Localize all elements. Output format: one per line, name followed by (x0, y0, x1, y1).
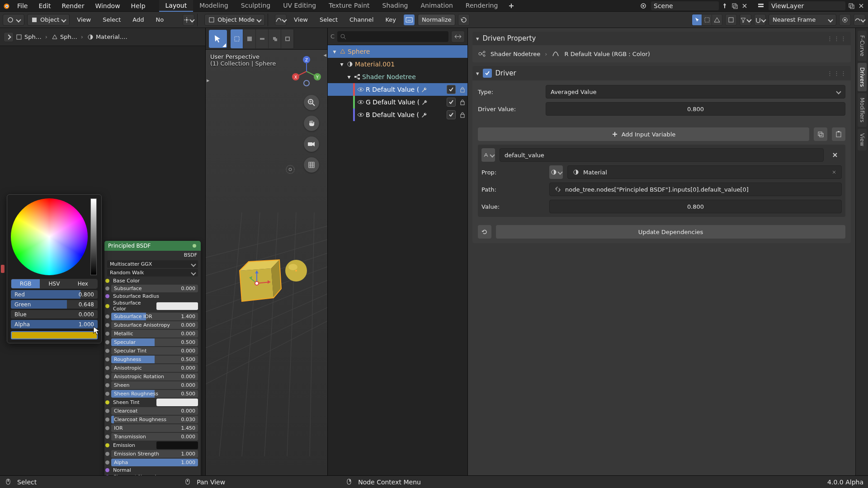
mute-checkbox[interactable] (447, 110, 456, 119)
node-output-socket-icon[interactable] (192, 243, 197, 249)
node-input-subsurface-radius[interactable]: Subsurface Radius (104, 293, 201, 300)
channel-r-default-value-[interactable]: R Default Value ( (328, 83, 467, 96)
node-input-subsurface[interactable]: Subsurface0.000 (104, 284, 201, 293)
workspace-texture-paint[interactable]: Texture Paint (322, 0, 376, 12)
mute-checkbox[interactable] (447, 85, 456, 94)
viewlayer-name-field[interactable]: ViewLayer (769, 1, 845, 10)
proportional-icon[interactable] (839, 14, 851, 26)
id-type-icon[interactable] (549, 165, 563, 179)
channel-sphere[interactable]: ▾Sphere (328, 45, 467, 58)
add-menu[interactable]: Add (128, 14, 148, 25)
breadcrumb-sphere[interactable]: Sph… (24, 33, 42, 40)
channel-expand-icon[interactable] (451, 31, 465, 42)
menu-help[interactable]: Help (126, 2, 151, 9)
workspace-add-button[interactable] (504, 1, 519, 10)
select-mode-invert[interactable] (281, 29, 294, 48)
node-input-ior[interactable]: IOR1.450 (104, 424, 201, 432)
hue-wheel[interactable] (11, 198, 88, 275)
select-box-tool[interactable] (208, 29, 227, 48)
workspace-animation[interactable]: Animation (414, 0, 459, 12)
delete-scene-icon[interactable] (741, 2, 749, 10)
var-name-input[interactable]: default_value (500, 148, 824, 162)
tab-rgb[interactable]: RGB (11, 279, 40, 288)
node-input-transmission[interactable]: Transmission0.000 (104, 432, 201, 441)
node-input-anisotropic[interactable]: Anisotropic0.000 (104, 364, 201, 372)
wrench-icon[interactable] (419, 112, 429, 118)
select-mode-subtract[interactable] (256, 29, 269, 48)
node-input-specular-tint[interactable]: Specular Tint0.000 (104, 347, 201, 355)
node-input-sheen[interactable]: Sheen0.000 (104, 381, 201, 389)
copy-var-icon[interactable] (814, 127, 827, 141)
rna-path-input[interactable]: node_tree.nodes["Principled BSDF"].input… (549, 183, 842, 196)
color-slider-red[interactable]: Red0.800 (11, 290, 98, 299)
value-slider[interactable] (90, 198, 97, 275)
light-icon[interactable] (284, 164, 296, 175)
channel-search-input[interactable] (337, 31, 448, 42)
key-menu[interactable]: Key (381, 14, 401, 25)
view-menu-2[interactable]: View (289, 14, 312, 25)
mute-checkbox[interactable] (447, 98, 456, 107)
workspace-modeling[interactable]: Modeling (193, 0, 235, 12)
color-swatch[interactable] (11, 331, 98, 339)
update-dependencies-button[interactable]: Update Dependencies (496, 225, 845, 239)
tab-hex[interactable]: Hex (69, 279, 97, 288)
toolbar-toggle-icon[interactable]: ▸ (207, 77, 210, 84)
channel-g-default-value-[interactable]: G Default Value ( (328, 96, 467, 108)
node-input-clearcoat[interactable]: Clearcoat0.000 (104, 407, 201, 415)
object-mode-dropdown[interactable]: Object (27, 14, 70, 26)
channel-menu[interactable]: Channel (345, 14, 378, 25)
tab-drivers[interactable]: Drivers (858, 63, 867, 91)
paste-var-icon[interactable] (832, 127, 845, 141)
node-input-clearcoat-roughness[interactable]: Clearcoat Roughness0.030 (104, 415, 201, 424)
channel-b-default-value-[interactable]: B Default Value ( (328, 108, 467, 121)
node-sss-dropdown[interactable]: Random Walk (107, 269, 198, 277)
workspace-uv-editing[interactable]: UV Editing (277, 0, 322, 12)
driver-type-dropdown[interactable]: Averaged Value (546, 85, 845, 99)
warn-icon[interactable] (712, 14, 722, 25)
pin-icon[interactable] (721, 2, 729, 10)
select-menu-2[interactable]: Select (315, 14, 342, 25)
copy-viewlayer-icon[interactable] (847, 2, 855, 10)
color-slider-alpha[interactable]: Alpha1.000 (11, 320, 98, 328)
menu-file[interactable]: File (12, 2, 33, 9)
prop-target-dropdown[interactable]: Material (567, 165, 842, 179)
node-dist-dropdown[interactable]: Multiscatter GGX (107, 260, 198, 268)
normalize-toggle-icon[interactable] (403, 14, 415, 26)
tab-view[interactable]: View (858, 129, 867, 150)
view-menu[interactable]: View (72, 14, 95, 25)
color-slider-blue[interactable]: Blue0.000 (11, 310, 98, 319)
principled-bsdf-node[interactable]: Principled BSDF BSDF Multiscatter GGX Ra… (104, 240, 201, 475)
var-type-icon[interactable] (481, 148, 495, 162)
menu-render[interactable]: Render (57, 2, 90, 9)
menu-edit[interactable]: Edit (33, 2, 56, 9)
pivot-icon[interactable] (183, 14, 194, 26)
node-input-roughness[interactable]: Roughness0.500 (104, 355, 201, 364)
channel-shader-nodetree[interactable]: ▾Shader Nodetree (328, 70, 467, 83)
lock-icon[interactable] (458, 112, 467, 118)
snap-mode-dropdown[interactable]: Nearest Frame (769, 14, 836, 26)
node-input-normal[interactable]: Normal (104, 467, 201, 474)
lock-icon[interactable] (458, 99, 467, 105)
select-mode-new[interactable] (231, 29, 243, 48)
scene-name-field[interactable]: Scene (651, 1, 719, 10)
3d-viewport[interactable]: User Perspective (1) Collection | Sphere… (206, 28, 328, 475)
add-input-variable-button[interactable]: Add Input Variable (478, 127, 809, 141)
node-input-emission[interactable]: Emission (104, 441, 201, 450)
crumb-home-icon[interactable] (4, 32, 14, 42)
viewlayer-browse-icon[interactable] (757, 2, 765, 10)
tab-fcurve[interactable]: F-Curve (858, 31, 867, 61)
cursor-select-icon[interactable] (692, 14, 702, 25)
workspace-layout[interactable]: Layout (159, 0, 193, 12)
node-input-alpha[interactable]: Alpha1.000 (104, 458, 201, 467)
create-icon[interactable] (854, 14, 865, 26)
node-input-subsurface-ior[interactable]: Subsurface IOR1.400 (104, 312, 201, 321)
wrench-icon[interactable] (420, 99, 429, 105)
node-input-emission-strength[interactable]: Emission Strength1.000 (104, 450, 201, 458)
select-mode-intersect[interactable] (269, 29, 281, 48)
filter-icon[interactable] (740, 14, 751, 26)
node-menu[interactable]: No (151, 14, 168, 25)
node-input-specular[interactable]: Specular0.500 (104, 338, 201, 347)
sidebar-toggle-icon[interactable]: ◂ (323, 52, 326, 58)
select-mode-extend[interactable] (243, 29, 256, 48)
breadcrumb-material[interactable]: Material.… (96, 33, 127, 40)
